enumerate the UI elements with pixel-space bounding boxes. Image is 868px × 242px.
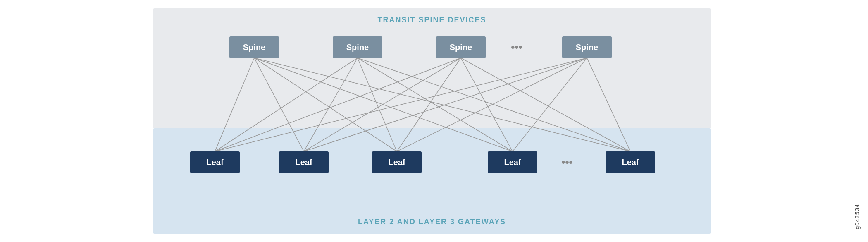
diagram-wrapper: TRANSIT SPINE DEVICES LAYER 2 AND LAYER …	[153, 8, 711, 234]
leaf-section: LAYER 2 AND LAYER 3 GATEWAYS	[153, 128, 711, 234]
spine-node-3: Spine	[436, 36, 486, 58]
leaf-node-2: Leaf	[279, 151, 329, 173]
leaf-label: LAYER 2 AND LAYER 3 GATEWAYS	[153, 218, 711, 226]
leaf-node-3: Leaf	[372, 151, 422, 173]
spine-node-2: Spine	[333, 36, 382, 58]
leaf-node-1: Leaf	[190, 151, 240, 173]
transit-label: TRANSIT SPINE DEVICES	[153, 16, 711, 24]
transit-section: TRANSIT SPINE DEVICES	[153, 8, 711, 128]
spine-dots: •••	[500, 36, 533, 58]
spine-node-4: Spine	[562, 36, 612, 58]
leaf-dots: •••	[551, 151, 584, 173]
leaf-node-4: Leaf	[488, 151, 537, 173]
spine-node-1: Spine	[229, 36, 279, 58]
figure-id: g043534	[854, 204, 861, 230]
leaf-node-5: Leaf	[606, 151, 655, 173]
